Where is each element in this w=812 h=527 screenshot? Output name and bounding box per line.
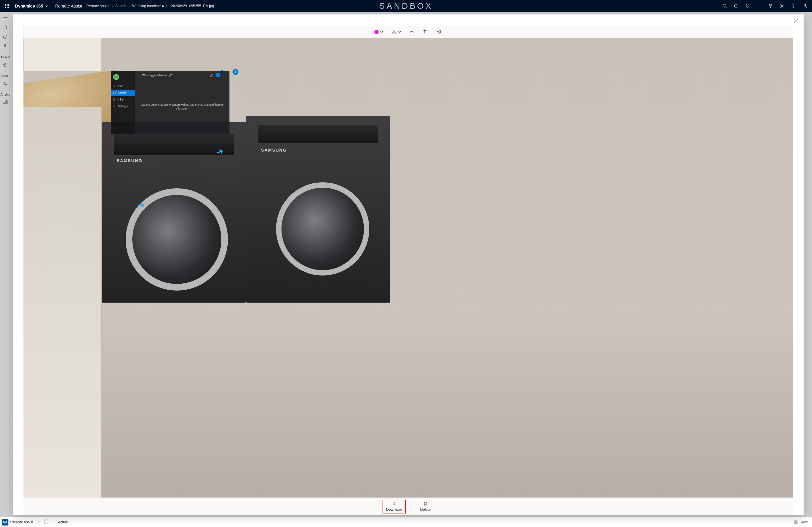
status-text: Active bbox=[58, 520, 68, 524]
breadcrumb-item[interactable]: 20200929_095355_RA.jpg bbox=[171, 4, 214, 8]
chevron-down-icon bbox=[380, 30, 383, 33]
app-topbar: Dynamics 365 Remote Assist Remote Assist… bbox=[0, 0, 812, 12]
holo-nav-call: Call bbox=[111, 83, 135, 90]
nav-pinned-icon[interactable] bbox=[1, 43, 10, 50]
chevron-down-icon bbox=[398, 30, 401, 33]
holo-title: Washing_machine 4 bbox=[142, 74, 166, 77]
undo-button[interactable] bbox=[409, 29, 415, 34]
camera-icon bbox=[216, 73, 220, 77]
nav-assets-icon[interactable] bbox=[1, 61, 10, 69]
gear-icon bbox=[113, 105, 116, 108]
image-viewer-modal: SAMSUNG SAMSUNG ➜ ➜ AM Call bbox=[13, 14, 803, 515]
dryer: SAMSUNG bbox=[246, 116, 390, 303]
holo-nav-settings: Settings bbox=[111, 103, 135, 110]
washer: SAMSUNG bbox=[102, 122, 246, 303]
svg-rect-4 bbox=[6, 5, 8, 6]
account-icon[interactable] bbox=[800, 1, 810, 11]
chevron-down-icon bbox=[37, 522, 39, 524]
holo-nav-files: Files bbox=[111, 96, 135, 103]
close-icon bbox=[793, 19, 798, 24]
files-icon bbox=[113, 98, 116, 101]
save-label: Save bbox=[800, 520, 808, 524]
breadcrumb-item[interactable]: Assets bbox=[115, 4, 126, 8]
nav-home-icon[interactable] bbox=[1, 24, 10, 31]
search-icon[interactable] bbox=[720, 1, 729, 11]
back-icon: ← bbox=[137, 74, 140, 77]
appliance-brand: SAMSUNG bbox=[117, 158, 143, 163]
svg-point-13 bbox=[804, 4, 806, 6]
brand-label: Dynamics 365 bbox=[15, 4, 43, 9]
svg-point-16 bbox=[114, 105, 115, 107]
expand-icon[interactable] bbox=[44, 519, 48, 525]
breadcrumb-item[interactable]: Remote Assist bbox=[86, 4, 110, 8]
video-icon bbox=[209, 74, 213, 77]
app-name: Remote Assist bbox=[51, 4, 86, 9]
left-nav: Assets Calls Analytics bbox=[0, 12, 10, 527]
svg-point-11 bbox=[781, 5, 783, 7]
owner-avatar[interactable]: RA bbox=[2, 519, 9, 526]
gear-icon[interactable] bbox=[777, 1, 787, 11]
close-button[interactable] bbox=[792, 17, 799, 25]
add-icon[interactable] bbox=[754, 1, 764, 11]
nav-analytics-icon[interactable] bbox=[1, 99, 10, 106]
save-button[interactable]: Save bbox=[794, 520, 808, 524]
help-icon[interactable] bbox=[788, 1, 798, 11]
svg-rect-7 bbox=[6, 7, 8, 8]
next-icon: › bbox=[226, 74, 227, 77]
svg-rect-15 bbox=[114, 99, 115, 100]
delete-button[interactable]: Delete bbox=[417, 500, 434, 513]
svg-rect-17 bbox=[209, 74, 212, 76]
captured-image: SAMSUNG SAMSUNG ➜ ➜ AM Call bbox=[24, 38, 793, 498]
svg-point-12 bbox=[793, 7, 794, 8]
color-picker[interactable] bbox=[374, 30, 383, 34]
svg-point-9 bbox=[723, 4, 726, 7]
nav-section-label: Calls bbox=[0, 74, 10, 77]
holo-avatar: AM bbox=[113, 74, 119, 80]
holo-nav-assets: Assets bbox=[111, 90, 135, 96]
holo-sidebar: AM Call Assets Files Se bbox=[111, 71, 135, 134]
chevron-down-icon bbox=[45, 4, 48, 8]
svg-rect-0 bbox=[5, 4, 6, 5]
viewer-footer: Download Delete bbox=[24, 498, 793, 515]
owner-label[interactable]: Remote Assist bbox=[10, 520, 33, 524]
topbar-actions bbox=[720, 1, 810, 11]
app-launcher-icon[interactable] bbox=[2, 4, 12, 9]
svg-rect-1 bbox=[6, 4, 8, 5]
record-stepper[interactable] bbox=[35, 521, 41, 524]
breadcrumbs: Remote Assist › Assets › Washing machine… bbox=[86, 4, 214, 8]
hololens-overlay: AM Call Assets Files Se bbox=[111, 71, 230, 134]
filter-icon[interactable] bbox=[766, 1, 775, 11]
cube-icon bbox=[113, 91, 116, 95]
nav-recent-icon[interactable] bbox=[1, 33, 10, 40]
record-footer-bar: RA Remote Assist Active Save bbox=[0, 517, 812, 527]
environment-label: SANDBOX bbox=[379, 1, 433, 11]
holo-main: ← Washing_machine 4 ‹ › Use the buttons … bbox=[135, 71, 230, 134]
svg-rect-2 bbox=[8, 4, 9, 5]
nav-hamburger-icon[interactable] bbox=[1, 14, 10, 21]
breadcrumb-item[interactable]: Washing machine 4 bbox=[132, 4, 164, 8]
rotate-button[interactable] bbox=[437, 29, 443, 34]
download-label: Download bbox=[386, 508, 402, 512]
arrow-tool-icon bbox=[391, 29, 397, 34]
brand-dropdown[interactable]: Dynamics 365 bbox=[12, 4, 51, 9]
annotation-toolbar bbox=[24, 26, 793, 38]
undo-icon bbox=[409, 29, 415, 34]
task-icon[interactable] bbox=[731, 1, 741, 11]
lightbulb-icon[interactable] bbox=[743, 1, 752, 11]
svg-rect-6 bbox=[5, 7, 6, 8]
rotate-icon bbox=[437, 29, 443, 34]
download-icon bbox=[392, 501, 397, 507]
phone-icon bbox=[113, 85, 116, 88]
crop-button[interactable] bbox=[423, 29, 429, 34]
download-button[interactable]: Download bbox=[383, 500, 405, 513]
image-canvas[interactable]: SAMSUNG SAMSUNG ➜ ➜ AM Call bbox=[24, 38, 793, 498]
prev-icon: ‹ bbox=[223, 74, 224, 77]
nav-section-label: Analytics bbox=[0, 92, 10, 96]
svg-rect-5 bbox=[8, 5, 9, 6]
holo-hint-text: Use the buttons above to capture videos … bbox=[135, 80, 230, 134]
holo-pin-icon bbox=[232, 69, 238, 75]
svg-rect-8 bbox=[8, 7, 9, 8]
nav-calls-icon[interactable] bbox=[1, 80, 10, 87]
arrow-tool[interactable] bbox=[391, 29, 401, 34]
svg-rect-3 bbox=[5, 5, 6, 6]
